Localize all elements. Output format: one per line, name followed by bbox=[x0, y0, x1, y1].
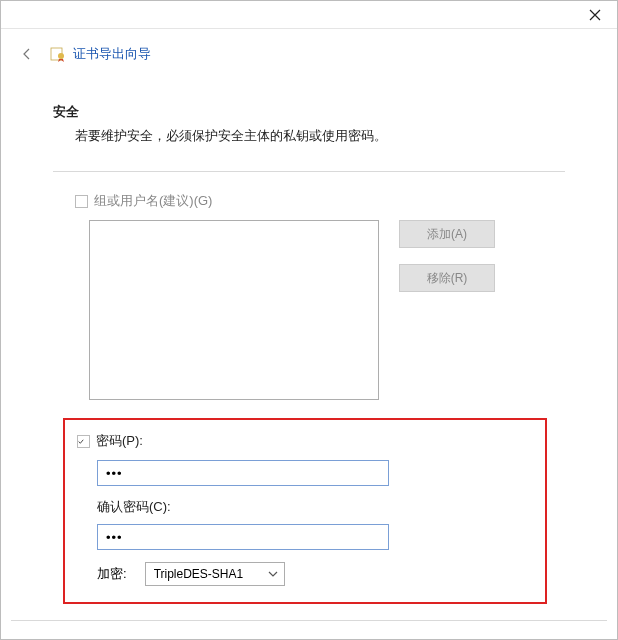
group-users-checkbox bbox=[75, 195, 88, 208]
password-section-highlight: 密码(P): ••• 确认密码(C): ••• 加密: TripleDES-SH… bbox=[63, 418, 547, 604]
remove-button: 移除(R) bbox=[399, 264, 495, 292]
security-description: 若要维护安全，必须保护安全主体的私钥或使用密码。 bbox=[75, 127, 565, 145]
wizard-window: 证书导出向导 安全 若要维护安全，必须保护安全主体的私钥或使用密码。 组或用户名… bbox=[0, 0, 618, 640]
close-button[interactable] bbox=[585, 5, 605, 25]
encryption-combobox[interactable]: TripleDES-SHA1 bbox=[145, 562, 285, 586]
footer-divider bbox=[11, 620, 607, 621]
confirm-password-input[interactable]: ••• bbox=[97, 524, 389, 550]
group-list-area: 添加(A) 移除(R) bbox=[89, 220, 565, 400]
content-area: 安全 若要维护安全，必须保护安全主体的私钥或使用密码。 组或用户名(建议)(G)… bbox=[1, 63, 617, 604]
wizard-header: 证书导出向导 bbox=[1, 29, 617, 63]
password-label: 密码(P): bbox=[96, 432, 143, 450]
back-arrow-icon bbox=[20, 47, 34, 61]
group-users-row: 组或用户名(建议)(G) bbox=[75, 192, 565, 210]
confirm-password-label: 确认密码(C): bbox=[97, 498, 533, 516]
encryption-row: 加密: TripleDES-SHA1 bbox=[73, 562, 533, 586]
password-checkbox[interactable] bbox=[77, 435, 90, 448]
close-icon bbox=[589, 9, 601, 21]
chevron-down-icon bbox=[268, 569, 278, 579]
wizard-title: 证书导出向导 bbox=[73, 45, 151, 63]
add-button: 添加(A) bbox=[399, 220, 495, 248]
divider bbox=[53, 171, 565, 172]
check-icon bbox=[78, 437, 84, 446]
confirm-password-value: ••• bbox=[106, 530, 123, 545]
users-listbox bbox=[89, 220, 379, 400]
group-users-label: 组或用户名(建议)(G) bbox=[94, 192, 212, 210]
back-button[interactable] bbox=[19, 46, 35, 62]
security-heading: 安全 bbox=[53, 103, 565, 121]
certificate-icon bbox=[49, 45, 67, 63]
titlebar bbox=[1, 1, 617, 29]
password-input[interactable]: ••• bbox=[97, 460, 389, 486]
password-checkbox-row: 密码(P): bbox=[77, 432, 533, 450]
password-value: ••• bbox=[106, 466, 123, 481]
list-buttons: 添加(A) 移除(R) bbox=[399, 220, 495, 400]
encryption-selected: TripleDES-SHA1 bbox=[154, 567, 244, 581]
encryption-label: 加密: bbox=[97, 565, 127, 583]
svg-point-1 bbox=[58, 53, 64, 59]
